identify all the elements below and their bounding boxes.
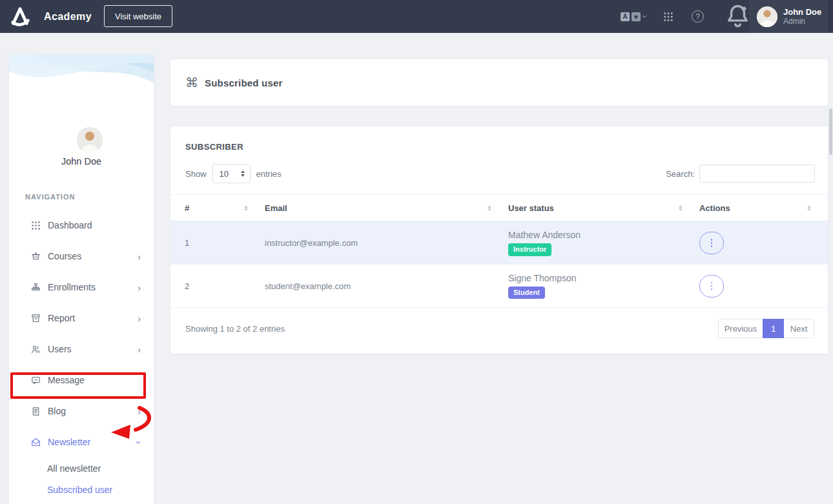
sidebar-item-users[interactable]: Users › <box>9 334 154 365</box>
grid-dots-icon <box>30 220 41 231</box>
sidebar-item-label: Courses <box>48 251 81 261</box>
user-role: Admin <box>783 17 821 26</box>
pagination-page-1-button[interactable]: 1 <box>763 319 784 338</box>
sort-icon[interactable] <box>488 205 491 211</box>
table-controls: Show 10 entries Search: <box>185 164 815 183</box>
sidebar-item-label: Report <box>48 313 75 323</box>
sitemap-icon <box>30 282 41 293</box>
show-label: Show <box>185 169 207 179</box>
page-size-value: 10 <box>220 169 229 179</box>
chevron-right-icon: › <box>138 407 141 416</box>
table-summary: Showing 1 to 2 of 2 entries <box>185 324 285 334</box>
envelope-icon <box>30 437 41 448</box>
users-icon <box>30 344 41 355</box>
top-header: Academy Visit website A ★ › ? <box>0 0 833 33</box>
sidebar-item-enrollments[interactable]: Enrollments › <box>9 272 154 303</box>
row-actions-button[interactable] <box>699 232 724 254</box>
chat-icon <box>30 375 41 386</box>
row-email: student@example.com <box>265 281 508 291</box>
user-fullname: Mathew Anderson <box>508 230 581 240</box>
sidebar-item-addons[interactable]: Addons <box>9 500 154 504</box>
profile-avatar <box>77 127 103 153</box>
sidebar-nav: Dashboard Courses › Enrollments › <box>9 210 154 504</box>
sidebar-item-report[interactable]: Report › <box>9 303 154 334</box>
column-header-email[interactable]: Email <box>265 195 508 221</box>
row-actions <box>699 275 815 297</box>
command-icon: ⌘ <box>185 75 198 90</box>
language-switcher[interactable]: A ★ › <box>621 0 647 33</box>
wave-decoration <box>9 55 154 101</box>
academy-logo[interactable] <box>6 3 35 30</box>
apps-menu-button[interactable] <box>663 0 674 33</box>
sidebar-item-label: Enrollments <box>48 282 96 292</box>
translate-icon-2: ★ <box>632 12 641 21</box>
help-icon: ? <box>692 10 704 23</box>
chevron-right-icon: › <box>138 252 141 261</box>
status-badge: Instructor <box>508 243 551 256</box>
vertical-dots-icon <box>711 282 713 290</box>
row-user-status: Signe Thompson Student <box>508 273 699 299</box>
status-badge: Student <box>508 287 545 299</box>
brand-title: Academy <box>44 0 92 33</box>
logo-a-icon <box>8 5 33 29</box>
scrollbar-thumb[interactable] <box>829 108 832 155</box>
chevron-right-icon: › <box>138 345 141 354</box>
sidebar-item-courses[interactable]: Courses › <box>9 241 154 272</box>
apps-grid-icon <box>663 11 674 23</box>
row-actions <box>699 232 815 254</box>
chevron-down-icon: › <box>134 441 144 444</box>
chevron-right-icon: › <box>138 283 141 292</box>
translate-icon: A <box>621 12 630 21</box>
sidebar-item-label: Message <box>48 375 85 385</box>
sidebar-subitem-label: All newsletter <box>47 463 101 474</box>
profile-name: John Doe <box>9 156 154 166</box>
sidebar-subitem-subscribed-user[interactable]: Subscribed user <box>9 479 154 500</box>
page-title: Subscribed user <box>205 77 283 88</box>
search-input[interactable] <box>699 165 815 183</box>
page-size-select[interactable]: 10 <box>212 164 251 183</box>
sort-icon[interactable] <box>679 205 683 211</box>
panel-title: SUBSCRIBER <box>185 142 243 152</box>
table-header-row: # Email User status Actions <box>170 194 828 221</box>
pagination-previous-button[interactable]: Previous <box>718 319 763 338</box>
column-header-actions[interactable]: Actions <box>699 195 815 221</box>
row-actions-button[interactable] <box>699 275 724 297</box>
sidebar-item-blog[interactable]: Blog › <box>9 396 154 427</box>
column-header-num[interactable]: # <box>185 195 265 221</box>
user-name: John Doe <box>783 7 821 17</box>
sidebar-item-message[interactable]: Message <box>9 365 154 396</box>
user-fullname: Signe Thompson <box>508 273 577 283</box>
row-number: 2 <box>185 281 265 291</box>
avatar <box>757 6 777 27</box>
sidebar-item-label: Newsletter <box>48 437 90 447</box>
pagination: Previous 1 Next <box>718 319 814 338</box>
entries-label: entries <box>256 169 282 179</box>
visit-website-button[interactable]: Visit website <box>104 5 172 27</box>
sidebar-subitem-label: Subscribed user <box>47 485 112 495</box>
app-root: Academy Visit website A ★ › ? <box>0 0 833 504</box>
chevron-down-icon: › <box>641 15 650 18</box>
row-number: 1 <box>185 238 265 248</box>
page-title-card: ⌘ Subscribed user <box>170 59 828 106</box>
subscriber-card: SUBSCRIBER Show 10 entries Search: # Ema… <box>170 126 828 354</box>
row-email: instructor@example.com <box>265 238 508 248</box>
archive-icon <box>30 313 41 324</box>
navigation-section-label: NAVIGATION <box>25 193 75 201</box>
sidebar-item-label: Dashboard <box>48 220 92 230</box>
sort-icon[interactable] <box>807 205 811 211</box>
document-icon <box>30 406 41 417</box>
basket-icon <box>30 251 41 262</box>
sidebar-subitem-all-newsletter[interactable]: All newsletter <box>9 458 154 479</box>
help-button[interactable]: ? <box>692 0 704 33</box>
user-menu[interactable]: John Doe Admin <box>749 0 828 33</box>
select-arrows-icon <box>241 170 245 177</box>
pagination-next-button[interactable]: Next <box>783 319 814 338</box>
sidebar-item-newsletter[interactable]: Newsletter › <box>9 427 154 458</box>
table-row: 1 instructor@example.com Mathew Anderson… <box>170 221 828 265</box>
sidebar-item-label: Users <box>48 344 72 354</box>
sort-icon[interactable] <box>244 205 248 211</box>
row-user-status: Mathew Anderson Instructor <box>508 230 699 256</box>
column-header-user-status[interactable]: User status <box>508 195 699 221</box>
vertical-dots-icon <box>711 239 713 247</box>
sidebar-item-dashboard[interactable]: Dashboard <box>9 210 154 241</box>
